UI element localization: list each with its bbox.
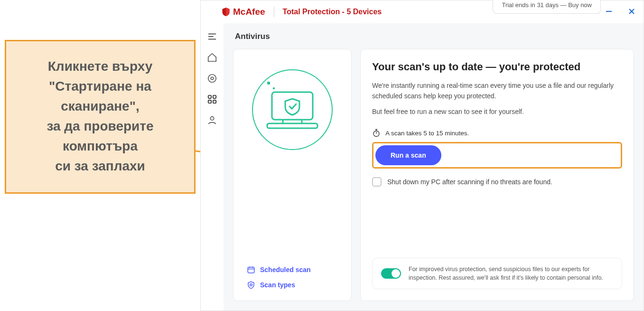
privacy-icon[interactable] xyxy=(205,72,219,85)
svg-rect-14 xyxy=(248,267,254,273)
account-icon[interactable] xyxy=(205,113,219,127)
scan-illustration-card: Scheduled scan Scan types xyxy=(233,49,352,301)
close-button[interactable] xyxy=(625,4,639,19)
page-title: Antivirus xyxy=(235,32,634,41)
app-window: McAfee Total Protection - 5 Devices Tria… xyxy=(200,0,644,311)
run-scan-highlight: Run a scan xyxy=(372,142,622,169)
menu-icon[interactable] xyxy=(205,30,219,43)
content-area: Antivirus xyxy=(224,23,644,311)
svg-rect-6 xyxy=(213,95,216,98)
instruction-callout: Кликнете върху "Стартиране на сканиране"… xyxy=(5,40,196,194)
scan-status-headline: Your scan's up to date — you're protecte… xyxy=(372,61,622,73)
scan-status-body1: We're instantly running a real-time scan… xyxy=(372,81,622,101)
shield-logo-icon xyxy=(222,7,230,17)
send-files-card: For improved virus protection, send susp… xyxy=(372,258,622,289)
brand-separator xyxy=(274,7,274,17)
svg-point-9 xyxy=(210,117,214,120)
calendar-icon xyxy=(247,265,255,274)
callout-text: Кликнете върху "Стартиране на сканиране"… xyxy=(12,57,188,176)
svg-point-18 xyxy=(250,284,252,286)
titlebar: McAfee Total Protection - 5 Devices Tria… xyxy=(201,0,644,23)
brand-name: McAfee xyxy=(233,7,265,17)
svg-rect-8 xyxy=(213,100,216,103)
svg-rect-7 xyxy=(208,100,211,103)
trial-notice-button[interactable]: Trial ends in 31 days — Buy now xyxy=(493,0,601,14)
send-files-toggle[interactable] xyxy=(381,268,401,279)
scheduled-scan-label: Scheduled scan xyxy=(260,266,311,273)
scan-status-card: Your scan's up to date — you're protecte… xyxy=(360,49,634,301)
apps-icon[interactable] xyxy=(205,93,219,106)
stopwatch-icon xyxy=(372,129,381,137)
nav-rail xyxy=(201,23,224,311)
scan-types-link[interactable]: Scan types xyxy=(247,281,340,289)
window-controls xyxy=(602,4,639,19)
shutdown-label: Shut down my PC after scanning if no thr… xyxy=(387,178,552,186)
product-name: Total Protection - 5 Devices xyxy=(283,8,382,16)
scan-status-body2: But feel free to run a new scan to see i… xyxy=(372,108,622,115)
shutdown-checkbox[interactable] xyxy=(372,177,382,187)
shutdown-option-row: Shut down my PC after scanning if no thr… xyxy=(372,177,622,187)
send-files-text: For improved virus protection, send susp… xyxy=(409,265,613,282)
scan-duration-row: A scan takes 5 to 15 minutes. xyxy=(372,129,622,137)
svg-point-4 xyxy=(211,77,214,80)
scan-types-label: Scan types xyxy=(260,281,295,289)
shield-gear-icon xyxy=(247,281,255,289)
svg-point-3 xyxy=(208,75,216,83)
scan-duration-text: A scan takes 5 to 15 minutes. xyxy=(385,130,469,137)
svg-rect-5 xyxy=(208,95,211,98)
scan-illustration-icon xyxy=(252,69,333,150)
mcafee-logo: McAfee xyxy=(222,7,265,17)
minimize-button[interactable] xyxy=(602,4,616,19)
home-icon[interactable] xyxy=(205,51,219,64)
scheduled-scan-link[interactable]: Scheduled scan xyxy=(247,265,340,274)
run-scan-button[interactable]: Run a scan xyxy=(375,145,441,165)
svg-rect-11 xyxy=(267,123,317,128)
brand-row: McAfee Total Protection - 5 Devices xyxy=(222,7,382,17)
